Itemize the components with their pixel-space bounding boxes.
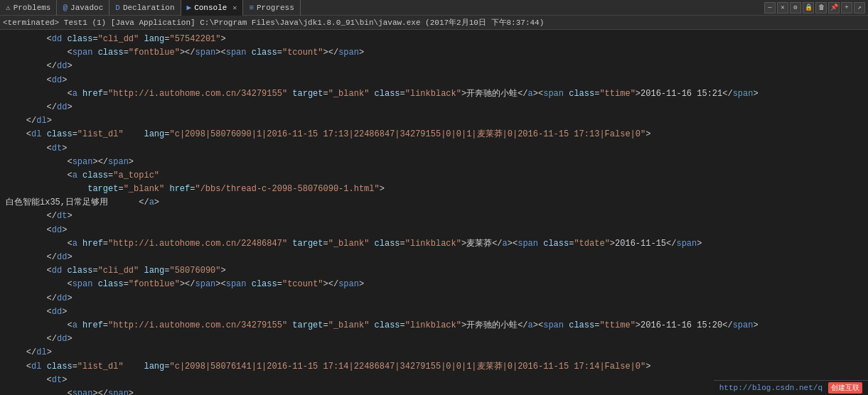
tab-bar: ⚠ Problems @ Javadoc D Declaration ▶ Con… [0, 0, 868, 16]
list-item: target="_blank" href="/bbs/thread-c-2098… [6, 183, 862, 196]
status-text: <terminated> Test1 (1) [Java Application… [3, 17, 544, 28]
tab-progress-label: Progress [257, 4, 294, 12]
list-item: <a class="a_topic" [6, 169, 862, 183]
list-item: </dd> [6, 60, 862, 73]
open-console-button[interactable]: ↗ [854, 2, 865, 13]
clear-button[interactable]: 🗑 [815, 2, 827, 13]
list-item: <a href="http://i.autohome.com.cn/342791… [6, 87, 862, 101]
tab-problems[interactable]: ⚠ Problems [0, 0, 57, 16]
new-console-button[interactable]: + [841, 2, 852, 13]
tab-javadoc[interactable]: @ Javadoc [57, 0, 109, 16]
list-item: </dd> [6, 332, 862, 346]
console-icon: ▶ [187, 3, 192, 12]
list-item: <span class="fontblue"></span><span clas… [6, 278, 862, 291]
list-item: </dt> [6, 210, 862, 223]
list-item: 白色智能ix35,日常足够用 </a> [6, 196, 862, 210]
tab-javadoc-label: Javadoc [70, 4, 103, 12]
tab-console[interactable]: ▶ Console ✕ [181, 0, 244, 16]
list-item: <span class="fontblue"></span><span clas… [6, 46, 862, 60]
tab-problems-label: Problems [14, 4, 51, 12]
list-item: <dl class="list_dl" lang="c|2098|5807614… [6, 360, 862, 374]
list-item: </dd> [6, 251, 862, 264]
tab-progress[interactable]: ≡ Progress [243, 0, 300, 16]
list-item: </dd> [6, 101, 862, 114]
declaration-icon: D [115, 4, 120, 12]
tab-declaration-label: Declaration [123, 4, 175, 12]
settings-button[interactable]: ⚙ [790, 2, 801, 13]
list-item: <span></span> [6, 156, 862, 169]
toolbar-right: — ✕ ⚙ 🔒 🗑 📌 + ↗ [764, 2, 868, 13]
list-item: <dt> [6, 142, 862, 156]
close-all-button[interactable]: ✕ [777, 2, 788, 13]
problems-icon: ⚠ [6, 3, 11, 12]
console-content[interactable]: <dd class="cli_dd" lang="57542201"> <spa… [0, 30, 868, 395]
close-icon[interactable]: ✕ [232, 4, 237, 12]
list-item: <a href="http://i.autohome.com.cn/224868… [6, 237, 862, 251]
list-item: <dd> [6, 305, 862, 319]
minimize-button[interactable]: — [764, 2, 776, 13]
logo-text: 创建互联 [828, 382, 862, 394]
blog-link: http://blog.csdn.net/q [719, 384, 823, 392]
list-item: <dd class="cli_dd" lang="57542201"> [6, 33, 862, 46]
tab-console-label: Console [194, 4, 227, 12]
status-bar: <terminated> Test1 (1) [Java Application… [0, 16, 868, 30]
tab-declaration[interactable]: D Declaration [109, 0, 181, 16]
list-item: <a href="http://i.autohome.com.cn/342791… [6, 319, 862, 332]
list-item: <dl class="list_dl" lang="c|2098|5807609… [6, 128, 862, 141]
list-item: <dd> [6, 74, 862, 87]
list-item: </dl> [6, 114, 862, 128]
list-item: </dl> [6, 346, 862, 359]
javadoc-icon: @ [63, 4, 68, 12]
progress-icon: ≡ [249, 4, 254, 12]
list-item: </dd> [6, 292, 862, 305]
list-item: <dd class="cli_dd" lang="58076090"> [6, 264, 862, 278]
pin-button[interactable]: 📌 [828, 2, 840, 13]
list-item: <dd> [6, 224, 862, 237]
scroll-lock-button[interactable]: 🔒 [803, 2, 814, 13]
bottom-bar: http://blog.csdn.net/q 创建互联 [714, 380, 868, 395]
